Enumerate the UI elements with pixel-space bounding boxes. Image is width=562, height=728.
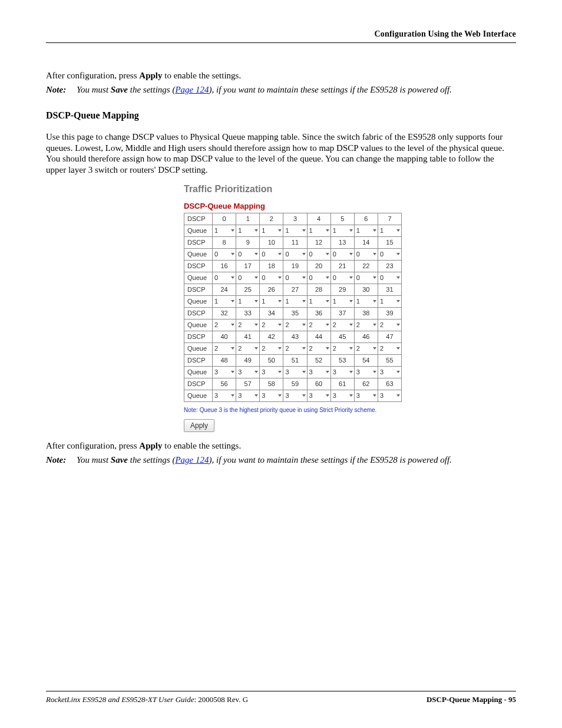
queue-select[interactable]: 1 bbox=[378, 297, 401, 307]
queue-select[interactable]: 2 bbox=[308, 344, 330, 354]
queue-select[interactable]: 3 bbox=[236, 367, 259, 377]
queue-select-value: 2 bbox=[333, 321, 336, 328]
apply-button[interactable]: Apply bbox=[184, 419, 214, 432]
queue-select[interactable]: 1 bbox=[236, 226, 259, 236]
queue-select[interactable]: 2 bbox=[283, 344, 306, 354]
dscp-row-label: DSCP bbox=[184, 307, 213, 319]
queue-select-value: 2 bbox=[285, 321, 289, 328]
queue-select-value: 1 bbox=[285, 298, 289, 305]
queue-cell: 1 bbox=[283, 225, 307, 236]
chevron-down-icon bbox=[231, 324, 234, 326]
dscp-row-label: DSCP bbox=[184, 331, 213, 342]
queue-select[interactable]: 3 bbox=[378, 391, 401, 401]
queue-select[interactable]: 0 bbox=[260, 249, 283, 259]
queue-select[interactable]: 2 bbox=[355, 320, 378, 330]
queue-select[interactable]: 2 bbox=[331, 344, 354, 354]
queue-select-value: 2 bbox=[356, 345, 360, 352]
page-link[interactable]: Page 124 bbox=[175, 455, 209, 465]
queue-select[interactable]: 2 bbox=[260, 344, 283, 354]
dscp-value: 19 bbox=[283, 260, 307, 272]
dscp-value: 33 bbox=[236, 307, 260, 319]
queue-select[interactable]: 0 bbox=[331, 273, 354, 283]
queue-select[interactable]: 1 bbox=[331, 226, 354, 236]
queue-select[interactable]: 3 bbox=[331, 391, 354, 401]
queue-select[interactable]: 3 bbox=[283, 367, 306, 377]
queue-select[interactable]: 0 bbox=[213, 273, 236, 283]
queue-select[interactable]: 1 bbox=[213, 226, 236, 236]
queue-select[interactable]: 3 bbox=[213, 391, 236, 401]
queue-select[interactable]: 1 bbox=[355, 297, 378, 307]
queue-select[interactable]: 0 bbox=[355, 273, 378, 283]
queue-select-value: 3 bbox=[309, 392, 313, 399]
queue-select[interactable]: 2 bbox=[213, 344, 236, 354]
queue-cell: 0 bbox=[330, 248, 354, 260]
queue-select[interactable]: 0 bbox=[308, 249, 330, 259]
queue-select[interactable]: 1 bbox=[213, 297, 236, 307]
queue-select[interactable]: 0 bbox=[331, 249, 354, 259]
queue-select[interactable]: 1 bbox=[378, 226, 401, 236]
queue-select-value: 0 bbox=[214, 274, 218, 281]
queue-select[interactable]: 1 bbox=[283, 297, 306, 307]
text: After configuration, press bbox=[46, 71, 139, 80]
queue-select[interactable]: 2 bbox=[331, 320, 354, 330]
queue-select[interactable]: 1 bbox=[308, 226, 330, 236]
dscp-value: 3 bbox=[283, 213, 307, 225]
queue-select[interactable]: 2 bbox=[236, 344, 259, 354]
queue-select[interactable]: 3 bbox=[355, 391, 378, 401]
queue-select[interactable]: 1 bbox=[308, 297, 330, 307]
dscp-value: 6 bbox=[354, 213, 378, 225]
queue-select[interactable]: 0 bbox=[283, 249, 306, 259]
ui-title: Traffic Prioritization bbox=[184, 184, 406, 195]
queue-select[interactable]: 0 bbox=[260, 273, 283, 283]
queue-select[interactable]: 2 bbox=[378, 320, 401, 330]
queue-select[interactable]: 0 bbox=[378, 273, 401, 283]
queue-select[interactable]: 1 bbox=[355, 226, 378, 236]
ui-panel: Traffic Prioritization DSCP-Queue Mappin… bbox=[184, 184, 406, 432]
page-header: Configuration Using the Web Interface bbox=[46, 29, 516, 39]
queue-select[interactable]: 0 bbox=[283, 273, 306, 283]
queue-select[interactable]: 1 bbox=[236, 297, 259, 307]
queue-select-value: 1 bbox=[238, 227, 242, 234]
dscp-value: 8 bbox=[213, 236, 236, 248]
queue-select[interactable]: 0 bbox=[213, 249, 236, 259]
queue-select[interactable]: 0 bbox=[308, 273, 330, 283]
queue-select[interactable]: 1 bbox=[331, 297, 354, 307]
queue-select[interactable]: 2 bbox=[260, 320, 283, 330]
queue-select[interactable]: 2 bbox=[378, 344, 401, 354]
queue-select[interactable]: 1 bbox=[283, 226, 306, 236]
dscp-value: 56 bbox=[213, 378, 236, 390]
queue-select[interactable]: 0 bbox=[236, 273, 259, 283]
queue-select[interactable]: 3 bbox=[236, 391, 259, 401]
queue-cell: 1 bbox=[354, 295, 378, 307]
queue-cell: 3 bbox=[236, 390, 260, 401]
queue-select[interactable]: 3 bbox=[213, 367, 236, 377]
queue-select[interactable]: 3 bbox=[331, 367, 354, 377]
queue-select[interactable]: 3 bbox=[260, 367, 283, 377]
queue-select[interactable]: 2 bbox=[213, 320, 236, 330]
dscp-value: 42 bbox=[260, 331, 283, 342]
dscp-value: 9 bbox=[236, 236, 260, 248]
queue-select[interactable]: 3 bbox=[260, 391, 283, 401]
queue-select[interactable]: 1 bbox=[260, 297, 283, 307]
queue-select[interactable]: 0 bbox=[236, 249, 259, 259]
queue-select[interactable]: 2 bbox=[355, 344, 378, 354]
chevron-down-icon bbox=[302, 229, 306, 232]
queue-select[interactable]: 3 bbox=[308, 391, 330, 401]
queue-select[interactable]: 3 bbox=[378, 367, 401, 377]
queue-select[interactable]: 2 bbox=[236, 320, 259, 330]
dscp-row-label: DSCP bbox=[184, 354, 213, 366]
page-link[interactable]: Page 124 bbox=[175, 85, 209, 94]
queue-select[interactable]: 2 bbox=[308, 320, 330, 330]
chevron-down-icon bbox=[302, 371, 306, 373]
queue-select[interactable]: 0 bbox=[355, 249, 378, 259]
queue-select[interactable]: 3 bbox=[283, 391, 306, 401]
note-label: Note: bbox=[46, 455, 77, 465]
queue-select[interactable]: 3 bbox=[308, 367, 330, 377]
queue-select[interactable]: 1 bbox=[260, 226, 283, 236]
queue-select[interactable]: 3 bbox=[355, 367, 378, 377]
chevron-down-icon bbox=[254, 253, 258, 255]
queue-cell: 1 bbox=[307, 225, 330, 236]
queue-row-label: Queue bbox=[184, 295, 213, 307]
queue-select[interactable]: 0 bbox=[378, 249, 401, 259]
queue-select[interactable]: 2 bbox=[283, 320, 306, 330]
